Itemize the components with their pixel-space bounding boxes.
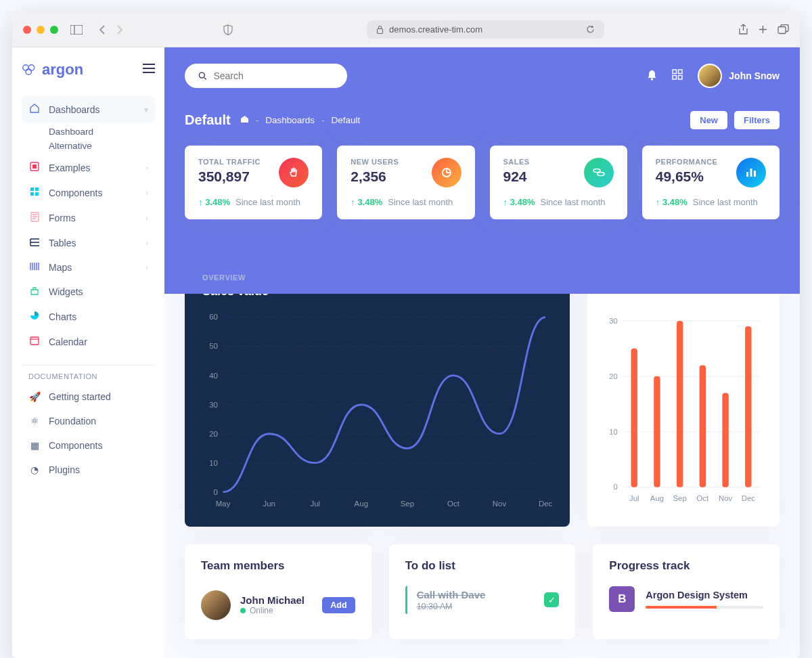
- orders-chart-panel: PERFORMANCETotal orders 0102030JulAugSep…: [587, 259, 780, 527]
- crumb-dashboards[interactable]: Dashboards: [265, 115, 315, 125]
- sidebar-item-maps[interactable]: Maps ›: [22, 255, 155, 280]
- share-icon[interactable]: [738, 24, 748, 35]
- svg-rect-12: [35, 192, 39, 196]
- bootstrap-badge-icon: B: [609, 586, 635, 612]
- stat-card-sales: SALES924 ↑ 3.48%Since last month: [490, 146, 627, 219]
- new-button[interactable]: New: [690, 111, 727, 129]
- svg-text:Nov: Nov: [719, 494, 732, 502]
- orders-bar-chart: 0102030JulAugSepOctNovDec: [604, 308, 763, 506]
- menu-toggle-icon[interactable]: [143, 64, 155, 76]
- doc-item-components[interactable]: ▦Components: [22, 433, 155, 458]
- todo-item[interactable]: Call with Dave 10:30 AM ✓: [405, 586, 560, 614]
- sidebar-item-calendar[interactable]: Calendar: [22, 329, 155, 354]
- window-close-icon[interactable]: [23, 26, 31, 34]
- sidebar-item-tables[interactable]: Tables ›: [22, 231, 155, 255]
- svg-text:Sep: Sep: [401, 500, 414, 508]
- sidebar-sub-dashboard[interactable]: Dashboard: [22, 127, 155, 137]
- doc-heading: DOCUMENTATION: [22, 372, 155, 380]
- svg-rect-59: [654, 376, 660, 487]
- svg-point-22: [593, 169, 600, 173]
- examples-icon: [28, 162, 41, 173]
- brand-logo-icon: [22, 62, 37, 77]
- sales-line-chart: 0102030405060MayJunJulAugSepOctNovDec: [202, 311, 552, 512]
- sales-chart-panel: OVERVIEWSales value Month Week 010203040…: [185, 259, 570, 527]
- new-tab-icon[interactable]: [758, 24, 768, 35]
- shield-icon[interactable]: [223, 24, 233, 35]
- sidebar-item-widgets[interactable]: Widgets: [22, 280, 155, 304]
- svg-rect-63: [699, 365, 705, 487]
- svg-text:50: 50: [209, 342, 218, 350]
- add-member-button[interactable]: Add: [322, 597, 355, 613]
- progress-panel: Progress track B Argon Design System: [593, 544, 780, 639]
- home-crumb-icon[interactable]: [240, 115, 249, 125]
- doc-item-plugins[interactable]: ◔Plugins: [22, 458, 155, 482]
- sidebar-item-components[interactable]: Components ›: [22, 180, 155, 205]
- pie-chart-icon: [432, 158, 461, 188]
- url-bar[interactable]: demos.creative-tim.com: [367, 20, 604, 39]
- chevron-right-icon: ›: [145, 188, 148, 198]
- filters-button[interactable]: Filters: [734, 111, 780, 129]
- svg-text:20: 20: [609, 372, 618, 380]
- grid-icon: ▦: [28, 440, 41, 451]
- window-minimize-icon[interactable]: [37, 26, 45, 34]
- svg-point-5: [28, 65, 34, 70]
- sidebar-item-charts[interactable]: Charts: [22, 304, 155, 329]
- team-members-panel: Team members John Michael Online Add: [185, 544, 371, 639]
- svg-rect-3: [778, 27, 786, 34]
- sidebar-toggle-icon[interactable]: [70, 25, 83, 35]
- svg-rect-24: [746, 172, 748, 177]
- sidebar-item-dashboards[interactable]: Dashboards ▾: [22, 96, 155, 123]
- widgets-icon: [28, 286, 41, 297]
- browser-window: demos.creative-tim.com argon Dashboards: [12, 12, 800, 658]
- svg-text:10: 10: [209, 459, 218, 467]
- team-member-row: John Michael Online Add: [201, 586, 355, 624]
- svg-rect-67: [745, 326, 751, 487]
- svg-text:60: 60: [209, 313, 218, 321]
- chevron-right-icon: ›: [145, 263, 148, 272]
- bell-icon[interactable]: [647, 69, 657, 83]
- progress-item: B Argon Design System: [609, 586, 763, 612]
- sidebar-item-forms[interactable]: Forms ›: [22, 205, 155, 231]
- svg-text:0: 0: [214, 488, 218, 496]
- search-input[interactable]: [213, 70, 334, 81]
- user-menu[interactable]: John Snow: [698, 64, 780, 88]
- delta-up-icon: ↑ 3.48%: [198, 197, 230, 207]
- svg-text:Dec: Dec: [741, 494, 754, 502]
- sidebar-sub-alternative[interactable]: Alternative: [22, 141, 155, 151]
- sidebar-item-examples[interactable]: Examples ›: [22, 155, 155, 180]
- grid-apps-icon[interactable]: [672, 69, 683, 83]
- stat-card-traffic: TOTAL TRAFFIC350,897 ↑ 3.48%Since last m…: [185, 146, 322, 219]
- window-maximize-icon[interactable]: [50, 26, 58, 34]
- doc-item-foundation[interactable]: ⚛Foundation: [22, 409, 155, 433]
- nav-forward-icon[interactable]: [115, 25, 123, 35]
- tabs-icon[interactable]: [777, 24, 789, 35]
- svg-point-15: [199, 72, 204, 78]
- user-name: John Snow: [729, 70, 780, 81]
- lock-icon: [376, 25, 384, 34]
- reload-icon[interactable]: [586, 25, 595, 34]
- checkbox-checked-icon[interactable]: ✓: [544, 592, 559, 607]
- browser-titlebar: demos.creative-tim.com: [12, 12, 800, 47]
- online-dot-icon: [240, 608, 246, 613]
- svg-point-16: [651, 78, 653, 80]
- nav-back-icon[interactable]: [99, 25, 107, 35]
- todo-panel: To do list Call with Dave 10:30 AM ✓: [389, 544, 576, 639]
- doc-item-getting-started[interactable]: 🚀Getting started: [22, 385, 155, 409]
- crumb-default: Default: [332, 115, 361, 125]
- chevron-right-icon: ›: [145, 213, 148, 223]
- search-box[interactable]: [185, 64, 347, 88]
- svg-rect-10: [35, 188, 39, 191]
- hand-icon: [279, 158, 309, 188]
- page-title: Default: [185, 112, 231, 128]
- avatar: [698, 64, 722, 88]
- svg-rect-8: [32, 164, 37, 169]
- calendar-icon: [28, 336, 41, 347]
- svg-rect-26: [754, 171, 756, 177]
- svg-text:Jul: Jul: [629, 494, 639, 502]
- traffic-lights[interactable]: [23, 26, 58, 34]
- sidebar-item-label: Dashboards: [49, 104, 100, 115]
- svg-text:40: 40: [209, 372, 218, 380]
- tables-icon: [28, 238, 41, 248]
- brand[interactable]: argon: [22, 61, 83, 79]
- svg-rect-2: [378, 29, 383, 34]
